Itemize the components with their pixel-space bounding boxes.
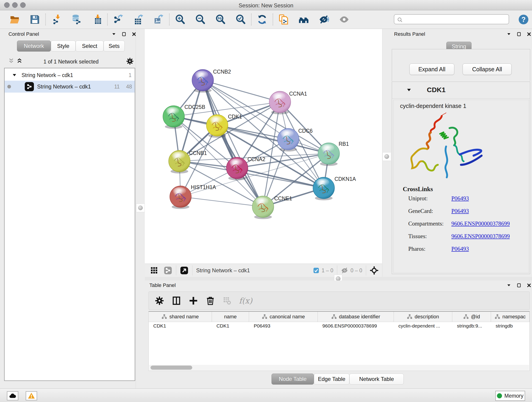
cell-shared-name[interactable]: CDK1 [149, 322, 212, 330]
open-session-icon[interactable] [9, 14, 20, 25]
results-panel-float-icon[interactable] [516, 32, 521, 37]
network-collection-row[interactable]: String Network – cdk1 1 [5, 70, 135, 81]
grid-view-icon[interactable] [150, 266, 158, 275]
table-panel-float-icon[interactable] [516, 283, 521, 288]
edge-HIST1H1A-CCNE1[interactable] [181, 197, 263, 207]
network-node-CCNA1[interactable] [269, 91, 291, 114]
zoom-fit-icon[interactable] [215, 14, 226, 25]
search-input[interactable] [394, 14, 509, 24]
network-node-CDC25B[interactable] [163, 106, 184, 129]
results-panel-close-icon[interactable] [526, 32, 532, 37]
column-header-description[interactable]: description [394, 312, 452, 322]
scrollbar-thumb[interactable] [151, 366, 192, 370]
network-row-selected[interactable]: String Network – cdk1 11 48 [5, 81, 135, 93]
gene-section-header[interactable]: CDK1 [392, 82, 530, 99]
right-splitter[interactable] [382, 29, 391, 278]
expand-all-chevron-icon[interactable] [16, 58, 23, 65]
detach-view-icon[interactable] [180, 266, 189, 275]
results-panel-menu-caret-icon[interactable] [506, 32, 511, 37]
crosslink-value-link[interactable]: P06493 [451, 246, 469, 252]
cell-namespac[interactable]: stringdb [491, 322, 530, 330]
birdseye-crosshair-icon[interactable] [370, 266, 379, 275]
control-panel-menu-caret-icon[interactable] [111, 32, 116, 37]
column-header-name[interactable]: name [212, 312, 249, 322]
column-header-canonical-name[interactable]: canonical name [249, 312, 318, 322]
show-columns-icon[interactable] [172, 296, 181, 306]
column-header--id[interactable]: @id [452, 312, 491, 322]
crosslink-value-link[interactable]: 9606.ENSP00000378699 [451, 233, 510, 240]
control-panel-float-icon[interactable] [121, 32, 127, 37]
save-session-icon[interactable] [29, 14, 40, 25]
table-horizontal-scrollbar[interactable] [149, 365, 529, 370]
tab-edge-table[interactable]: Edge Table [314, 374, 349, 385]
table-row[interactable]: CDK1CDK1P064939606.ENSP00000378699cyclin… [149, 322, 530, 330]
tab-style[interactable]: Style [51, 41, 76, 51]
network-node-CDKN1A[interactable] [313, 177, 335, 200]
results-panel-title: Results Panel [394, 31, 425, 37]
hide-selected-icon[interactable] [318, 14, 329, 25]
crosslink-value-link[interactable]: 9606.ENSP00000378699 [451, 220, 510, 227]
export-table-icon[interactable] [133, 14, 144, 25]
network-share-icon[interactable] [164, 266, 172, 275]
node-label-CCNB2: CCNB2 [213, 69, 231, 75]
import-network-file-icon[interactable] [51, 14, 62, 25]
cloud-status-button[interactable] [7, 391, 18, 400]
import-table-file-icon[interactable] [91, 14, 102, 25]
column-header-database-identifier[interactable]: database identifier [318, 312, 394, 322]
right-splitter-handle[interactable] [382, 152, 391, 161]
show-all-icon[interactable] [339, 14, 350, 25]
first-neighbors-icon[interactable] [298, 14, 309, 25]
left-splitter-handle[interactable] [136, 204, 145, 212]
horizontal-splitter[interactable] [145, 277, 532, 281]
add-column-icon[interactable] [189, 296, 198, 306]
delete-column-icon[interactable] [206, 296, 215, 306]
network-node-HIST1H1A[interactable] [170, 186, 191, 209]
selected-checkbox-icon[interactable] [313, 267, 319, 274]
import-network-database-icon[interactable] [71, 14, 82, 25]
cell-name[interactable]: CDK1 [212, 322, 249, 330]
table-panel-menu-caret-icon[interactable] [506, 283, 511, 288]
cell-database-identifier[interactable]: 9606.ENSP00000378699 [318, 322, 394, 330]
crosslink-value-link[interactable]: P06493 [451, 208, 469, 214]
cell--id[interactable]: stringdb:9... [452, 322, 491, 330]
network-canvas[interactable]: CCNB2CCNA1CDC25BCDK1CDC6RB1CCNB1CCNA2CDK… [145, 29, 382, 264]
tab-network-table[interactable]: Network Table [349, 374, 404, 385]
hidden-eye-icon[interactable] [341, 267, 348, 274]
expand-all-button[interactable]: Expand All [409, 64, 454, 75]
network-node-CCNE1[interactable] [252, 196, 274, 219]
table-panel-close-icon[interactable] [526, 283, 532, 288]
section-collapse-arrow-icon[interactable] [406, 87, 412, 94]
tab-sets[interactable]: Sets [104, 41, 125, 51]
cell-description[interactable]: cyclin-dependent ... [394, 322, 452, 330]
network-node-RB1[interactable] [318, 143, 340, 166]
table-options-gear-icon[interactable] [155, 296, 164, 306]
memory-button[interactable]: Memory [495, 391, 525, 401]
tab-network[interactable]: Network [17, 41, 51, 51]
network-options-gear-icon[interactable] [126, 57, 134, 66]
network-node-CCNB1[interactable] [169, 150, 190, 173]
selected-node-edge-counts: 1 – 0 [322, 268, 333, 274]
network-node-CDC6[interactable] [278, 128, 299, 152]
tab-node-table[interactable]: Node Table [272, 374, 314, 385]
collapse-all-button[interactable]: Collapse All [462, 64, 512, 75]
crosslink-value-link[interactable]: P06493 [451, 195, 469, 202]
tree-expand-arrow-icon[interactable] [12, 73, 17, 78]
refresh-view-icon[interactable] [257, 14, 268, 25]
column-header-shared-name[interactable]: shared name [149, 312, 212, 322]
export-network-icon[interactable] [113, 14, 124, 25]
network-node-CCNA2[interactable] [226, 157, 248, 180]
tab-select[interactable]: Select [76, 41, 104, 51]
zoom-in-icon[interactable] [175, 14, 186, 25]
clone-network-icon[interactable] [278, 14, 289, 25]
export-image-icon[interactable] [153, 14, 164, 25]
cell-canonical-name[interactable]: P06493 [249, 322, 318, 330]
left-splitter[interactable] [136, 29, 145, 389]
warnings-button[interactable] [26, 391, 37, 400]
column-header-namespac[interactable]: namespac [491, 312, 530, 322]
network-view-toolbar: String Network – cdk1 1 – 0 0 – 0 [145, 264, 382, 277]
zoom-selected-icon[interactable] [235, 14, 246, 25]
help-icon[interactable]: ? [518, 14, 529, 26]
gene-description: cyclin-dependent kinase 1 [400, 103, 466, 109]
zoom-out-icon[interactable] [195, 14, 206, 25]
collapse-all-chevron-icon[interactable] [8, 58, 15, 65]
